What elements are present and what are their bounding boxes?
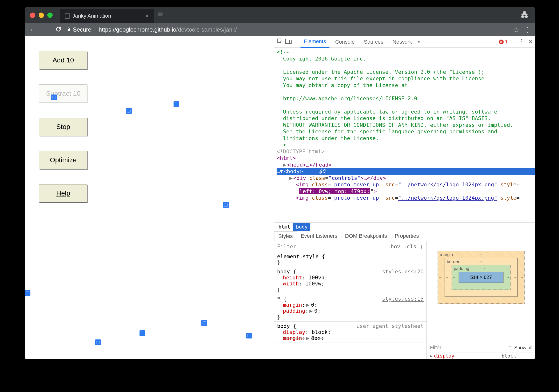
add-button[interactable]: Add 10 xyxy=(39,51,87,70)
back-button[interactable]: ← xyxy=(29,26,36,34)
devtools-close-icon[interactable]: ✕ xyxy=(528,39,533,45)
incognito-icon xyxy=(520,10,529,20)
tab-console[interactable]: Console xyxy=(332,36,358,47)
browser-menu-icon[interactable]: ⋮ xyxy=(524,26,531,34)
img-node-1[interactable]: <img class="proto mover up" src="../netw… xyxy=(277,181,535,195)
traffic-lights xyxy=(30,13,53,18)
div-controls-node[interactable]: ▶<div class="controls">…</div> xyxy=(277,175,535,182)
optimize-button[interactable]: Optimize xyxy=(39,151,87,169)
computed-filter-input[interactable]: Filter xyxy=(430,345,441,351)
box-model[interactable]: margin - - - - border - - - - xyxy=(438,251,524,304)
mover-icon xyxy=(223,202,229,208)
tabs-overflow-icon[interactable]: » xyxy=(418,39,421,45)
mover-icon xyxy=(140,330,145,336)
tab-sources[interactable]: Sources xyxy=(360,36,387,47)
devtools-toolbar: Elements Console Sources Network » 1 ⋮ ✕ xyxy=(274,36,535,48)
tab-styles[interactable]: Styles xyxy=(274,232,297,241)
tab-dom-breakpoints[interactable]: DOM Breakpoints xyxy=(341,232,391,241)
tab-network[interactable]: Network xyxy=(389,36,415,47)
new-style-rule-icon[interactable]: + xyxy=(420,243,424,250)
head-node[interactable]: ▶<head>…</head> xyxy=(277,161,535,168)
forward-button[interactable]: → xyxy=(42,26,49,34)
img-node-2[interactable]: <img class="proto mover up" src="../netw… xyxy=(277,195,535,201)
crumb-body[interactable]: body xyxy=(293,223,310,231)
url-host: https://googlechrome.github.io xyxy=(99,26,177,33)
doctype-node: <!DOCTYPE html> xyxy=(277,148,535,155)
show-all-checkbox[interactable] xyxy=(509,346,512,349)
crumb-html[interactable]: html xyxy=(276,223,293,231)
mover-icon xyxy=(51,95,57,100)
styles-tabs: Styles Event Listeners DOM Breakpoints P… xyxy=(274,231,535,241)
ua-stylesheet-label: user agent stylesheet xyxy=(356,323,424,329)
svg-rect-3 xyxy=(286,39,289,43)
tab-elements[interactable]: Elements xyxy=(300,36,329,48)
mover-icon xyxy=(174,101,179,107)
subtract-button[interactable]: Subtract 10 xyxy=(39,84,87,103)
source-link[interactable]: styles.css:15 xyxy=(382,296,424,302)
mover-icon xyxy=(246,333,252,339)
body-node-selected[interactable]: …▼<body> == $0 xyxy=(277,168,535,175)
styles-filter-input[interactable]: Filter xyxy=(277,243,296,249)
secure-label: Secure xyxy=(73,26,91,33)
tab-close-icon[interactable]: × xyxy=(146,12,149,20)
mover-icon xyxy=(126,108,132,114)
devtools-menu-icon[interactable]: ⋮ xyxy=(518,38,525,45)
error-indicator[interactable]: 1 xyxy=(499,39,508,45)
browser-tab[interactable]: Janky Animation × xyxy=(60,9,154,23)
html-open-node[interactable]: <html> xyxy=(277,155,535,161)
lock-icon xyxy=(67,26,71,33)
url-path: /devtools-samples/jank/ xyxy=(176,26,237,33)
hov-toggle[interactable]: :hov xyxy=(387,243,400,249)
device-toggle-icon[interactable] xyxy=(285,38,292,46)
cls-toggle[interactable]: .cls xyxy=(404,243,416,249)
window-minimize[interactable] xyxy=(39,13,44,18)
stop-button[interactable]: Stop xyxy=(39,118,87,136)
page-viewport: Add 10 Subtract 10 Stop Optimize Help xyxy=(25,36,274,359)
styles-pane: Filter :hov .cls + element.style { } bod… xyxy=(274,241,427,359)
box-model-dims: 514 × 627 xyxy=(459,272,503,283)
window-close[interactable] xyxy=(30,13,35,18)
help-button[interactable]: Help xyxy=(39,184,87,203)
reload-button[interactable] xyxy=(55,26,62,34)
dom-tree[interactable]: <!-- Copyright 2016 Google Inc. Licensed… xyxy=(274,48,535,222)
omnibox[interactable]: Secure | https://googlechrome.github.io/… xyxy=(67,26,508,34)
computed-pane: margin - - - - border - - - - xyxy=(427,241,535,359)
tab-properties[interactable]: Properties xyxy=(391,232,423,241)
new-tab-button[interactable] xyxy=(155,10,165,20)
window-maximize[interactable] xyxy=(47,13,53,18)
mover-icon xyxy=(95,339,101,345)
tab-strip: Janky Animation × xyxy=(25,7,535,23)
svg-rect-4 xyxy=(289,40,291,43)
browser-window: Janky Animation × ← → Secure | xyxy=(25,7,535,359)
tab-event-listeners[interactable]: Event Listeners xyxy=(297,232,341,241)
page-icon xyxy=(65,13,70,18)
devtools-panel: Elements Console Sources Network » 1 ⋮ ✕… xyxy=(274,36,535,359)
comment-node: <!-- Copyright 2016 Google Inc. Licensed… xyxy=(277,49,535,148)
bookmark-star-icon[interactable]: ☆ xyxy=(513,26,519,34)
mover-icon xyxy=(25,290,30,296)
breadcrumb: html body xyxy=(274,222,535,231)
address-bar: ← → Secure | https://googlechrome.github… xyxy=(25,23,535,36)
inspect-icon[interactable] xyxy=(277,38,283,46)
mover-icon xyxy=(201,320,207,326)
tab-title: Janky Animation xyxy=(72,13,111,19)
source-link[interactable]: styles.css:20 xyxy=(382,268,424,275)
